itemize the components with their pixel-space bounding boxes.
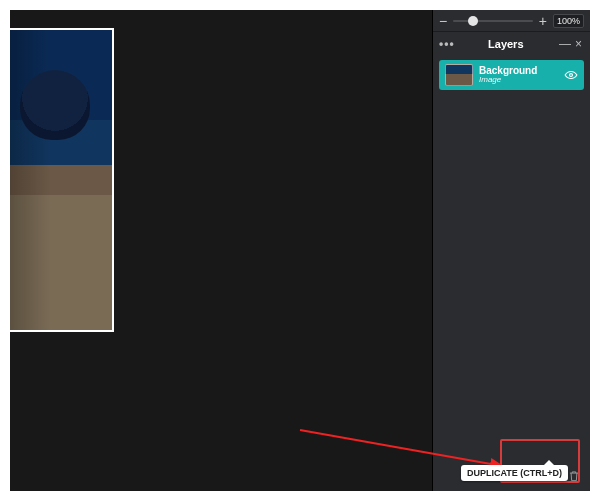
layers-list: Background Image <box>433 56 590 461</box>
layers-panel-header: ••• Layers — × <box>433 32 590 56</box>
zoom-controls: − + 100% <box>433 10 590 32</box>
zoom-in-button[interactable]: + <box>539 14 547 28</box>
zoom-slider[interactable] <box>453 20 533 22</box>
zoom-slider-thumb[interactable] <box>468 16 478 26</box>
zoom-out-button[interactable]: − <box>439 14 447 28</box>
visibility-toggle-icon[interactable] <box>564 68 578 82</box>
canvas-image[interactable] <box>10 30 112 330</box>
layer-thumbnail <box>445 64 473 86</box>
zoom-value[interactable]: 100% <box>553 14 584 28</box>
panel-minimize-icon[interactable]: — <box>557 37 573 51</box>
layer-kind: Image <box>479 76 558 85</box>
tooltip-duplicate: DUPLICATE (CTRL+D) <box>461 465 568 481</box>
svg-point-0 <box>570 74 573 77</box>
panel-menu-icon[interactable]: ••• <box>439 37 455 51</box>
canvas-area[interactable] <box>10 10 432 491</box>
delete-layer-icon[interactable] <box>566 468 582 484</box>
layer-text: Background Image <box>479 65 558 85</box>
right-sidebar: − + 100% ••• Layers — × Background Image <box>432 10 590 491</box>
layer-item[interactable]: Background Image <box>439 60 584 90</box>
panel-close-icon[interactable]: × <box>573 37 584 51</box>
panel-title: Layers <box>455 38 557 50</box>
app-frame: − + 100% ••• Layers — × Background Image <box>10 10 590 491</box>
